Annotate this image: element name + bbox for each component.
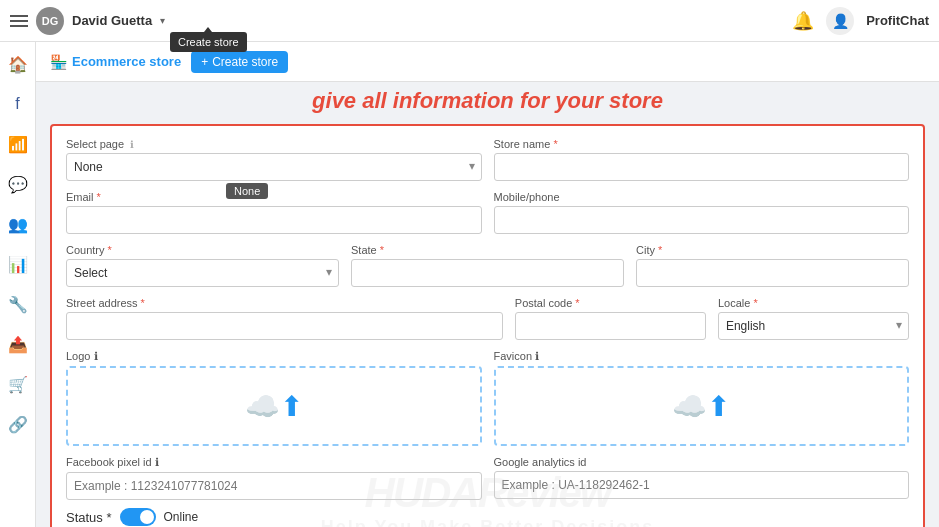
row-select-storename: Select page ℹ None None (66, 138, 909, 181)
bell-icon[interactable]: 🔔 (792, 10, 814, 32)
favicon-label: Favicon ℹ (494, 350, 910, 363)
sidebar: 🏠 f 📶 💬 👥 📊 🔧 📤 🛒 🔗 (0, 42, 36, 527)
mobile-input[interactable] (494, 206, 910, 234)
email-group: Email * (66, 191, 482, 234)
city-input[interactable] (636, 259, 909, 287)
store-name-label: Store name * (494, 138, 910, 150)
favicon-upload-box[interactable]: ☁️⬆ (494, 366, 910, 446)
navbar-right: 🔔 👤 ProfitChat (792, 7, 929, 35)
fb-pixel-label: Facebook pixel id ℹ (66, 456, 482, 469)
store-icon: 🏪 (50, 54, 67, 70)
favicon-hint-icon: ℹ (535, 350, 539, 362)
select-page-wrapper: None None (66, 153, 482, 181)
upload-row: Logo ℹ ☁️⬆ Favicon ℹ ☁️⬆ (66, 350, 909, 446)
email-label: Email * (66, 191, 482, 203)
store-name-group: Store name * (494, 138, 910, 181)
postal-group: Postal code * (515, 297, 706, 340)
sidebar-icon-users[interactable]: 👥 (6, 212, 30, 236)
state-group: State * (351, 244, 624, 287)
state-label: State * (351, 244, 624, 256)
street-label: Street address * (66, 297, 503, 309)
user-dropdown-arrow[interactable]: ▾ (160, 15, 165, 26)
navbar: DG David Guetta ▾ Create store 🔔 👤 Profi… (0, 0, 939, 42)
select-page-hint-icon: ℹ (130, 139, 134, 150)
street-input[interactable] (66, 312, 503, 340)
locale-label: Locale * (718, 297, 909, 309)
select-page-group: Select page ℹ None None (66, 138, 482, 181)
country-label: Country * (66, 244, 339, 256)
navbar-left: DG David Guetta ▾ (10, 7, 165, 35)
state-required: * (380, 244, 384, 256)
user-name: David Guetta (72, 13, 152, 28)
sidebar-icon-chat[interactable]: 💬 (6, 172, 30, 196)
row-country-state-city: Country * Select State * (66, 244, 909, 287)
logo-label: Logo ℹ (66, 350, 482, 363)
country-group: Country * Select (66, 244, 339, 287)
ga-label: Google analytics id (494, 456, 910, 468)
create-store-button[interactable]: + Create store (191, 51, 288, 73)
city-label: City * (636, 244, 909, 256)
logo-group: Logo ℹ ☁️⬆ (66, 350, 482, 446)
store-name-input[interactable] (494, 153, 910, 181)
postal-required: * (575, 297, 579, 309)
favicon-upload-icon: ☁️⬆ (672, 390, 730, 423)
country-required: * (108, 244, 112, 256)
sidebar-icon-wifi[interactable]: 📶 (6, 132, 30, 156)
favicon-group: Favicon ℹ ☁️⬆ (494, 350, 910, 446)
brand-name: ProfitChat (866, 13, 929, 28)
sidebar-icon-send[interactable]: 📤 (6, 332, 30, 356)
sidebar-icon-share[interactable]: 🔗 (6, 412, 30, 436)
email-input[interactable] (66, 206, 482, 234)
create-btn-label: Create store (212, 55, 278, 69)
logo-upload-box[interactable]: ☁️⬆ (66, 366, 482, 446)
sidebar-icon-tools[interactable]: 🔧 (6, 292, 30, 316)
row-street-postal-locale: Street address * Postal code * (66, 297, 909, 340)
country-select[interactable]: Select (66, 259, 339, 287)
postal-input[interactable] (515, 312, 706, 340)
locale-select[interactable]: English (718, 312, 909, 340)
postal-label: Postal code * (515, 297, 706, 309)
mobile-label: Mobile/phone (494, 191, 910, 203)
form-container: Select page ℹ None None (36, 116, 939, 527)
sidebar-icon-cart[interactable]: 🛒 (6, 372, 30, 396)
locale-required: * (753, 297, 757, 309)
form-card: Select page ℹ None None (50, 124, 925, 527)
fb-pixel-group: Facebook pixel id ℹ (66, 456, 482, 500)
store-title-text: Ecommerce store (72, 54, 181, 69)
ga-group: Google analytics id (494, 456, 910, 500)
layout: 🏠 f 📶 💬 👥 📊 🔧 📤 🛒 🔗 🏪 Ecommerce store + … (0, 42, 939, 527)
page-heading: give all information for your store (50, 88, 925, 114)
page-heading-area: give all information for your store ↓ (36, 82, 939, 116)
sidebar-icon-fb[interactable]: f (6, 92, 30, 116)
sidebar-icon-bar[interactable]: 📊 (6, 252, 30, 276)
fb-pixel-input[interactable] (66, 472, 482, 500)
store-name-required: * (553, 138, 557, 150)
city-required: * (658, 244, 662, 256)
locale-group: Locale * English (718, 297, 909, 340)
logo-hint-icon: ℹ (94, 350, 98, 362)
status-row: Status * Online (66, 508, 909, 526)
fb-pixel-hint-icon: ℹ (155, 456, 159, 468)
status-label: Status * (66, 510, 112, 525)
logo-upload-icon: ☁️⬆ (245, 390, 303, 423)
pixel-row: Facebook pixel id ℹ Google analytics id (66, 456, 909, 500)
country-select-wrapper: Select (66, 259, 339, 287)
main-content: 🏪 Ecommerce store + Create store give al… (36, 42, 939, 527)
state-input[interactable] (351, 259, 624, 287)
user-avatar: DG (36, 7, 64, 35)
row-email-mobile: Email * Mobile/phone (66, 191, 909, 234)
street-required: * (141, 297, 145, 309)
email-required: * (97, 191, 101, 203)
status-value: Online (164, 510, 199, 524)
mobile-group: Mobile/phone (494, 191, 910, 234)
profile-icon[interactable]: 👤 (826, 7, 854, 35)
select-page-input[interactable]: None (66, 153, 482, 181)
hamburger-menu[interactable] (10, 15, 28, 27)
street-group: Street address * (66, 297, 503, 340)
sub-header-title: 🏪 Ecommerce store (50, 54, 181, 70)
status-toggle[interactable] (120, 508, 156, 526)
ga-input[interactable] (494, 471, 910, 499)
create-btn-icon: + (201, 55, 208, 69)
sidebar-icon-home[interactable]: 🏠 (6, 52, 30, 76)
locale-select-wrapper: English (718, 312, 909, 340)
